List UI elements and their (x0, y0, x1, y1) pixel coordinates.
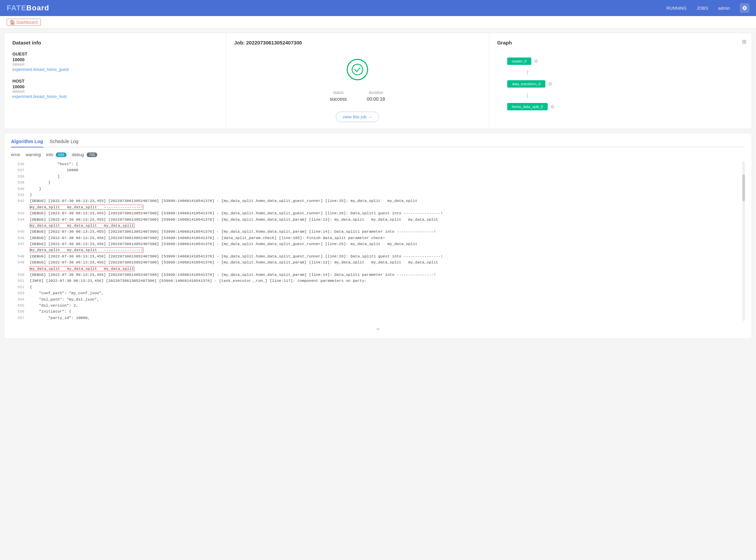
log-line-text: [DEBUG] [2022-07-30 06:13:23,455] [20220… (30, 217, 745, 223)
log-outer: 536 "host": [537 10000538 ]539 }540 }541… (11, 161, 745, 321)
filter-error[interactable]: error (11, 152, 20, 157)
log-line-number: 540 (11, 186, 24, 192)
log-line-number: 553 (11, 290, 24, 296)
log-line-number: 544 (11, 217, 24, 223)
log-line-number: 555 (11, 303, 24, 308)
guest-dataset-label: dataset (12, 62, 218, 66)
filter-info[interactable]: info 688 (46, 152, 66, 157)
expand-icon[interactable]: ⊞ (742, 38, 746, 45)
log-line: 553 "conf_path": "my_conf.json", (11, 290, 745, 296)
log-line-number: 539 (11, 180, 24, 185)
log-highlight-box: my_data_split my_data_split my_data_spli… (30, 266, 134, 271)
log-line-number: 547 (11, 241, 24, 247)
job-duration-label: duration (367, 90, 385, 95)
log-content: 536 "host": [537 10000538 ]539 }540 }541… (11, 161, 745, 321)
graph-panel: Graph ⊞ reader_0 ⚙ data_transform_0 ⚙ ho… (489, 33, 752, 129)
log-line-number: 554 (11, 297, 24, 303)
log-line-number: 552 (11, 284, 24, 290)
log-line: 536 "host": [ (11, 161, 745, 167)
job-duration-value: 00:00:18 (367, 96, 385, 102)
log-highlight-text: my_data_split my_data_split my_data_spli… (30, 266, 745, 272)
breadcrumb-home[interactable]: 🏠 Dashboard (7, 19, 41, 26)
log-line: 541} (11, 192, 745, 198)
scroll-down-button[interactable]: ⌄ (375, 324, 381, 332)
graph-connector-0 (527, 70, 528, 75)
filter-debug-label: debug (72, 152, 84, 157)
graph-nodes: reader_0 ⚙ data_transform_0 ⚙ homo_data_… (497, 51, 744, 110)
log-line-number: 545 (11, 229, 24, 235)
graph-node-row-2: homo_data_split_0 ⚙ (507, 103, 555, 110)
tab-schedule-log[interactable]: Schedule Log (50, 139, 79, 147)
job-success-icon (347, 59, 368, 80)
log-line-text: [DEBUG] [2022-07-30 06:13:23,455] [20220… (30, 198, 745, 204)
log-line: 557 "party_id": 10000, (11, 315, 745, 321)
scroll-indicator: ⌄ (11, 321, 745, 333)
graph-node-reader[interactable]: reader_0 (507, 58, 531, 65)
log-filters: error warning info 688 debug 745 (11, 152, 745, 157)
log-line-number: 538 (11, 174, 24, 180)
breadcrumb: 🏠 Dashboard (0, 16, 756, 29)
logo-fate: FATE (7, 4, 26, 12)
guest-dataset-name[interactable]: experiment.breast_homo_guest (12, 67, 218, 72)
graph-node-row-0: reader_0 ⚙ (507, 58, 538, 65)
log-line: 537 10000 (11, 167, 745, 173)
node-settings-icon-0[interactable]: ⚙ (534, 59, 538, 64)
log-line-number: 537 (11, 167, 24, 173)
view-job-button[interactable]: view this job → (336, 112, 379, 122)
log-line: 555 "dsl_version": 2, (11, 303, 745, 308)
log-line-number: 543 (11, 210, 24, 216)
log-line: 547[DEBUG] [2022-07-30 06:13:23,456] [20… (11, 241, 745, 247)
log-line-number: 542 (11, 198, 24, 204)
logo-board: Board (26, 4, 49, 12)
host-count: 10000 (12, 84, 218, 89)
log-line-text: [DEBUG] [2022-07-30 06:13:23,456] [20220… (30, 235, 745, 241)
nav-admin[interactable]: admin (718, 6, 730, 11)
log-highlight-text: my_data_split my_data_split my_data_spli… (30, 223, 745, 229)
log-highlight-box: my_data_split my_data_split ------------… (30, 247, 143, 253)
log-line-text: [DEBUG] [2022-07-30 06:13:23,456] [20220… (30, 272, 745, 278)
guest-dataset-row: GUEST 10000 dataset experiment.breast_ho… (12, 52, 218, 72)
graph-node-split[interactable]: homo_data_split_0 (507, 103, 548, 110)
log-section: Algorithm Log Schedule Log error warning… (4, 133, 752, 339)
log-line-number: 549 (11, 259, 24, 265)
log-line: 549[DEBUG] [2022-07-30 06:13:23,456] [20… (11, 259, 745, 265)
log-highlight-text: my_data_split my_data_split ------------… (30, 247, 745, 253)
node-settings-icon-2[interactable]: ⚙ (550, 104, 555, 109)
log-line: 556 "initiator": { (11, 308, 745, 315)
log-line-number: 546 (11, 235, 24, 241)
log-line-number: 541 (11, 192, 24, 198)
filter-warning[interactable]: warning (25, 152, 41, 157)
log-line-text: [DEBUG] [2022-07-30 06:13:23,456] [20220… (30, 254, 745, 259)
log-line-number: 551 (11, 278, 24, 284)
log-line-text: [DEBUG] [2022-07-30 06:13:23,455] [20220… (30, 229, 745, 235)
header: FATEBoard RUNNING JOBS admin (0, 0, 756, 16)
job-status: status success (330, 90, 347, 102)
log-line-text: "dsl_version": 2, (30, 303, 745, 308)
graph-title: Graph (497, 40, 744, 45)
log-highlight-box: my_data_split my_data_split my_data_spli… (30, 223, 134, 228)
settings-icon[interactable] (740, 3, 749, 13)
log-line-number: 536 (11, 161, 24, 167)
svg-point-0 (352, 64, 363, 75)
log-line-text: [INFO] [2022-07-30 06:13:23,456] [202207… (30, 278, 745, 284)
job-status-value: success (330, 96, 347, 102)
job-duration: duration 00:00:18 (367, 90, 385, 102)
filter-debug[interactable]: debug 745 (72, 152, 97, 157)
log-scrollbar[interactable] (742, 161, 745, 321)
graph-node-transform[interactable]: data_transform_0 (507, 80, 545, 87)
log-line-text: } (30, 192, 745, 198)
log-line-text: "conf_path": "my_conf.json", (30, 290, 745, 296)
dataset-panel-title: Dataset info (12, 40, 218, 45)
log-line-text: "initiator": { (30, 308, 745, 315)
host-dataset-name[interactable]: experiment.breast_homo_host (12, 94, 218, 99)
nav-running[interactable]: RUNNING (667, 6, 687, 11)
node-settings-icon-1[interactable]: ⚙ (548, 81, 552, 86)
log-line-highlighted: my_data_split my_data_split ------------… (11, 247, 745, 253)
guest-role: GUEST (12, 52, 218, 57)
log-scrollbar-thumb[interactable] (742, 175, 745, 201)
log-line: 542[DEBUG] [2022-07-30 06:13:23,455] [20… (11, 198, 745, 204)
tab-algorithm-log[interactable]: Algorithm Log (11, 139, 43, 147)
filter-info-label: info (46, 152, 53, 157)
logo: FATEBoard (7, 4, 49, 12)
nav-jobs[interactable]: JOBS (697, 6, 708, 11)
